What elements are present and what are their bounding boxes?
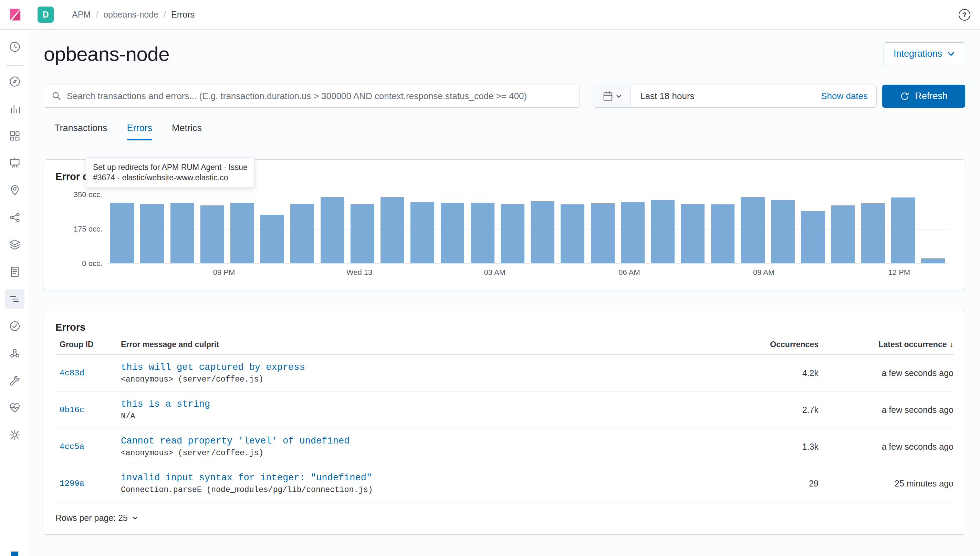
chart-bar[interactable]	[888, 195, 918, 263]
chart-bar[interactable]	[227, 195, 257, 263]
column-header-group-id[interactable]: Group ID	[55, 340, 121, 349]
breadcrumb-service[interactable]: opbeans-node	[103, 10, 159, 19]
logs-icon	[9, 266, 21, 278]
occurrences-value: 4.2k	[708, 368, 818, 378]
latest-occurrence-value: a few seconds ago	[818, 405, 954, 415]
chart-bar[interactable]	[918, 195, 948, 263]
chart-x-axis: 09 PMWed 1303 AM06 AM09 AM12 PM	[107, 268, 948, 278]
chart-bar[interactable]	[678, 195, 708, 263]
graph-icon	[9, 347, 21, 360]
chevron-down-icon	[947, 50, 955, 58]
controls-row: Last 18 hours Show dates Refresh	[44, 85, 965, 108]
error-message-link[interactable]: invalid input syntax for integer: "undef…	[121, 473, 708, 483]
error-message-link[interactable]: this will get captured by express	[121, 362, 708, 373]
error-culprit: <anonymous> (server/coffee.js)	[121, 449, 708, 457]
space-badge[interactable]: D	[37, 6, 54, 23]
rows-per-page-button[interactable]: Rows per page: 25	[55, 502, 954, 523]
column-header-occurrences[interactable]: Occurrences	[708, 340, 818, 349]
chart-bar[interactable]	[708, 195, 738, 263]
date-range-display[interactable]: Last 18 hours Show dates	[630, 85, 876, 107]
sort-desc-icon	[950, 340, 954, 349]
nav-dock-indicator[interactable]	[11, 551, 18, 556]
uptime-icon	[9, 320, 21, 332]
refresh-button[interactable]: Refresh	[882, 85, 965, 108]
help-icon[interactable]	[959, 9, 970, 21]
y-axis-label: 175 occ.	[74, 225, 102, 234]
recently-viewed-icon[interactable]	[5, 37, 24, 57]
sidebar-item-graph[interactable]	[5, 344, 24, 363]
chart-bar[interactable]	[798, 195, 828, 263]
tab-metrics[interactable]: Metrics	[172, 123, 202, 141]
chart-bar[interactable]	[347, 195, 377, 263]
sidebar-item-uptime[interactable]	[5, 317, 24, 336]
chart-bar[interactable]	[167, 195, 197, 263]
breadcrumb-apm[interactable]: APM	[72, 10, 91, 19]
breadcrumb: APM opbeans-node Errors	[72, 10, 194, 19]
sidebar-item-maps[interactable]	[5, 181, 24, 200]
x-axis-label: Wed 13	[347, 268, 372, 277]
sidebar-item-apm[interactable]	[5, 289, 24, 309]
latest-occurrence-value: a few seconds ago	[818, 368, 954, 378]
refresh-icon	[900, 91, 910, 101]
sidebar-divider	[6, 65, 23, 66]
chart-bar[interactable]	[738, 195, 768, 263]
sidebar-item-metrics[interactable]	[5, 235, 24, 254]
column-header-message[interactable]: Error message and culprit	[121, 340, 708, 349]
chart-bar[interactable]	[768, 195, 798, 263]
sidebar-item-machine-learning[interactable]	[5, 208, 24, 227]
sidebar-item-stack-monitoring[interactable]	[5, 398, 24, 417]
sidebar-item-dashboard[interactable]	[5, 126, 24, 145]
refresh-button-label: Refresh	[915, 91, 948, 102]
chart-bar[interactable]	[257, 195, 287, 263]
integrations-button-label: Integrations	[894, 48, 942, 59]
tab-transactions[interactable]: Transactions	[54, 123, 107, 141]
chart-bar[interactable]	[107, 195, 137, 263]
chart-bar[interactable]	[197, 195, 227, 263]
date-picker: Last 18 hours Show dates	[594, 85, 877, 108]
chart-bar[interactable]	[317, 195, 347, 263]
kibana-logo[interactable]	[0, 0, 30, 29]
group-id-link[interactable]: 1299a	[55, 479, 121, 488]
tab-errors[interactable]: Errors	[127, 123, 152, 141]
chart-bar[interactable]	[287, 195, 317, 263]
y-axis-label: 350 occ.	[74, 190, 102, 199]
search-input[interactable]	[44, 85, 580, 108]
chart-bar[interactable]	[137, 195, 167, 263]
chart-bar[interactable]	[618, 195, 648, 263]
chart-bar[interactable]	[648, 195, 678, 263]
column-header-latest-occurrence[interactable]: Latest occurrence	[818, 340, 954, 349]
page-header: opbeans-node Integrations	[44, 42, 965, 65]
chart-bar[interactable]	[858, 195, 888, 263]
sidebar-item-canvas[interactable]	[5, 154, 24, 173]
sidebar-item-dev-tools[interactable]	[5, 371, 24, 390]
group-id-link[interactable]: 4c83d	[55, 369, 121, 378]
integrations-button[interactable]: Integrations	[884, 42, 965, 65]
show-dates-button[interactable]: Show dates	[821, 91, 868, 102]
chart-bar[interactable]	[377, 195, 407, 263]
chart-bar[interactable]	[468, 195, 497, 263]
chart-bar[interactable]	[528, 195, 557, 263]
breadcrumb-separator	[164, 10, 166, 19]
group-id-link[interactable]: 4cc5a	[55, 442, 121, 451]
errors-table-title: Errors	[55, 322, 954, 333]
table-row: 1299a invalid input syntax for integer: …	[55, 465, 954, 502]
calendar-icon	[603, 91, 613, 102]
errors-table-panel: Errors Group ID Error message and culpri…	[44, 310, 965, 535]
error-culprit: N/A	[121, 412, 708, 421]
chart-bar[interactable]	[437, 195, 467, 263]
sidebar-item-visualize[interactable]	[5, 99, 24, 118]
metrics-icon	[9, 238, 21, 251]
chart-bar[interactable]	[828, 195, 858, 263]
sidebar-item-logs[interactable]	[5, 262, 24, 281]
error-message-link[interactable]: Cannot read property 'level' of undefine…	[121, 436, 708, 446]
chart-bar[interactable]	[557, 195, 588, 263]
error-message-cell: invalid input syntax for integer: "undef…	[121, 473, 708, 495]
error-message-link[interactable]: this is a string	[121, 399, 708, 409]
sidebar-item-management[interactable]	[5, 425, 24, 444]
sidebar-item-discover[interactable]	[5, 72, 24, 91]
date-quick-select-button[interactable]	[594, 85, 630, 107]
chart-bar[interactable]	[588, 195, 618, 263]
chart-bar[interactable]	[497, 195, 528, 263]
group-id-link[interactable]: 0b16c	[55, 405, 121, 415]
chart-bar[interactable]	[407, 195, 437, 263]
